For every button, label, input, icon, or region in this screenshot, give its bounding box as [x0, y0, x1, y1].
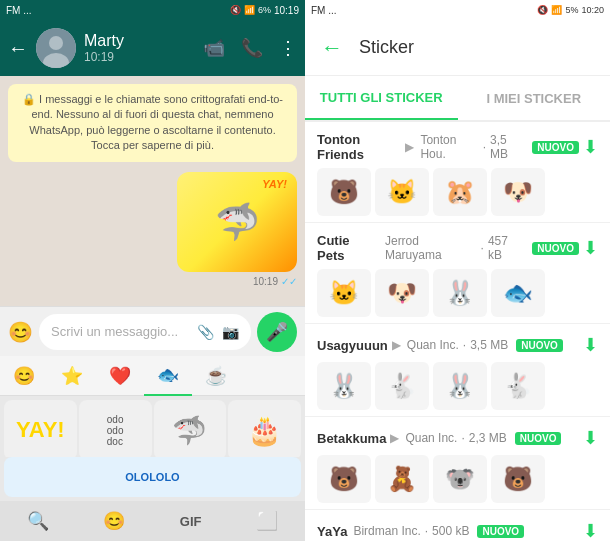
- pack-author-4: Birdman Inc.: [353, 524, 420, 538]
- pack-author-0: Tonton Hou.: [420, 133, 478, 161]
- message-input-bar: 😊 Scrivi un messaggio... 📎 📷 🎤: [0, 306, 305, 356]
- pack-download-0[interactable]: ⬇: [583, 136, 598, 158]
- video-call-icon[interactable]: 📹: [203, 37, 225, 59]
- pack-sticker-3-1[interactable]: 🧸: [375, 455, 429, 503]
- mic-icon: 🎤: [266, 321, 288, 343]
- pack-header-4: YaYa Birdman Inc. · 500 kB NUOVO ⬇: [317, 520, 598, 541]
- kb-sticker-bottom-icon[interactable]: ⬜: [256, 510, 278, 532]
- keyboard-top-bar: 😊 ⭐ ❤️ 🐟 ☕: [0, 356, 305, 396]
- kb-coffee-tab[interactable]: ☕: [192, 356, 240, 396]
- pack-play-3[interactable]: ▶: [390, 431, 399, 445]
- pack-sticker-2-1[interactable]: 🐇: [375, 362, 429, 410]
- carrier-right: FM ...: [311, 5, 337, 16]
- input-placeholder: Scrivi un messaggio...: [51, 324, 189, 339]
- attachment-icon[interactable]: 📎: [197, 324, 214, 340]
- pack-sticker-0-3[interactable]: 🐶: [491, 168, 545, 216]
- header-info: Marty 10:19: [84, 32, 195, 64]
- pack-sticker-0-2[interactable]: 🐹: [433, 168, 487, 216]
- status-bar-right: FM ... 🔇 📶 5% 10:20: [305, 0, 610, 20]
- sticker-cell-4[interactable]: 🎂: [228, 400, 301, 457]
- sticker-image: 🦈 YAY!: [177, 172, 297, 272]
- pack-sticker-0-0[interactable]: 🐻: [317, 168, 371, 216]
- header-action-icons: 📹 📞 ⋮: [203, 37, 297, 59]
- pack-new-badge-0: NUOVO: [532, 141, 579, 154]
- pack-stickers-2: 🐰 🐇 🐰 🐇: [317, 362, 598, 410]
- pack-header-0: Tonton Friends ▶ Tonton Hou. · 3,5 MB NU…: [317, 132, 598, 162]
- kb-sticker-tab[interactable]: 🐟: [144, 356, 192, 396]
- pack-header-3: Betakkuma ▶ Quan Inc. · 2,3 MB NUOVO ⬇: [317, 427, 598, 449]
- pack-new-badge-3: NUOVO: [515, 432, 562, 445]
- pack-sticker-3-3[interactable]: 🐻: [491, 455, 545, 503]
- pack-name-4: YaYa: [317, 524, 347, 539]
- pack-new-badge-4: NUOVO: [477, 525, 524, 538]
- chat-panel: FM ... 🔇 📶 6% 10:19 ← Marty 10:19: [0, 0, 305, 541]
- pack-header-2: Usagyuuun ▶ Quan Inc. · 3,5 MB NUOVO ⬇: [317, 334, 598, 356]
- pack-size-val-0: 3,5 MB: [490, 133, 524, 161]
- pack-size-val-1: 457 kB: [488, 234, 524, 262]
- carrier-left: FM ...: [6, 5, 32, 16]
- kb-emoji-tab[interactable]: 😊: [0, 356, 48, 396]
- pack-download-4[interactable]: ⬇: [583, 520, 598, 541]
- pack-sticker-3-2[interactable]: 🐨: [433, 455, 487, 503]
- pack-play-0[interactable]: ▶: [405, 140, 414, 154]
- sticker-back-button[interactable]: ←: [321, 35, 343, 61]
- kb-emoji-bottom-icon[interactable]: 😊: [103, 510, 125, 532]
- pack-size-2: ·: [463, 338, 466, 352]
- menu-icon[interactable]: ⋮: [279, 37, 297, 59]
- sticker-message: 🦈 YAY!: [8, 172, 297, 272]
- avatar[interactable]: [36, 28, 76, 68]
- pack-name-2: Usagyuuun: [317, 338, 388, 353]
- back-button[interactable]: ←: [8, 37, 28, 60]
- pack-author-1: Jerrod Maruyama: [385, 234, 477, 262]
- status-icons-right: 🔇 📶 5% 10:20: [537, 5, 604, 15]
- pack-header-1: Cutie Pets Jerrod Maruyama · 457 kB NUOV…: [317, 233, 598, 263]
- pack-new-badge-2: NUOVO: [516, 339, 563, 352]
- pack-size-val-4: 500 kB: [432, 524, 469, 538]
- sticker-cell-3[interactable]: 🦈: [154, 400, 227, 457]
- system-message[interactable]: 🔒 I messaggi e le chiamate sono crittogr…: [8, 84, 297, 162]
- pack-sticker-1-2[interactable]: 🐰: [433, 269, 487, 317]
- pack-play-2[interactable]: ▶: [392, 338, 401, 352]
- mic-button[interactable]: 🎤: [257, 312, 297, 352]
- message-time: 10:19 ✓✓: [8, 276, 297, 287]
- pack-download-3[interactable]: ⬇: [583, 427, 598, 449]
- pack-sticker-1-1[interactable]: 🐶: [375, 269, 429, 317]
- emoji-input-icon[interactable]: 😊: [8, 320, 33, 344]
- pack-name-0: Tonton Friends: [317, 132, 401, 162]
- keyboard-bottom-bar: 🔍 😊 GIF ⬜: [0, 501, 305, 541]
- tab-i-miei-sticker[interactable]: I MIEI STICKER: [458, 76, 611, 120]
- kb-gif-icon[interactable]: GIF: [180, 514, 202, 529]
- sticker-store-panel: FM ... 🔇 📶 5% 10:20 ← Sticker TUTTI GLI …: [305, 0, 610, 541]
- sticker-page-title: Sticker: [359, 37, 594, 58]
- sticker-cell-olololo[interactable]: OLOLOLO: [4, 457, 301, 497]
- pack-sticker-2-2[interactable]: 🐰: [433, 362, 487, 410]
- pack-size-val-3: 2,3 MB: [469, 431, 507, 445]
- pack-sticker-1-0[interactable]: 🐱: [317, 269, 371, 317]
- pack-sticker-1-3[interactable]: 🐟: [491, 269, 545, 317]
- kb-heart-tab[interactable]: ❤️: [96, 356, 144, 396]
- voice-call-icon[interactable]: 📞: [241, 37, 263, 59]
- pack-sticker-0-1[interactable]: 🐱: [375, 168, 429, 216]
- pack-stickers-3: 🐻 🧸 🐨 🐻: [317, 455, 598, 503]
- camera-icon[interactable]: 📷: [222, 324, 239, 340]
- sticker-cell-1[interactable]: YAY!: [4, 400, 77, 457]
- sticker-store-header: ← Sticker: [305, 20, 610, 76]
- message-input-field[interactable]: Scrivi un messaggio... 📎 📷: [39, 314, 251, 350]
- kb-star-tab[interactable]: ⭐: [48, 356, 96, 396]
- tab-tutti-gli-sticker[interactable]: TUTTI GLI STICKER: [305, 76, 458, 120]
- sticker-cell-2[interactable]: odoododoc: [79, 400, 152, 457]
- pack-download-1[interactable]: ⬇: [583, 237, 598, 259]
- pack-sticker-2-3[interactable]: 🐇: [491, 362, 545, 410]
- pack-sticker-2-0[interactable]: 🐰: [317, 362, 371, 410]
- pack-sticker-3-0[interactable]: 🐻: [317, 455, 371, 503]
- pack-size-0: ·: [483, 140, 486, 154]
- sticker-keyboard-grid: YAY! odoododoc 🦈 🎂 🦈 🌊 OMG 🦈: [0, 396, 305, 457]
- kb-search-icon[interactable]: 🔍: [27, 510, 49, 532]
- keyboard-area: 😊 ⭐ ❤️ 🐟 ☕ YAY! odoododoc 🦈 🎂 🦈 🌊 OMG 🦈 …: [0, 356, 305, 541]
- pack-download-2[interactable]: ⬇: [583, 334, 598, 356]
- status-icons-left: 🔇 📶 6% 10:19: [230, 5, 299, 16]
- chat-area: 🔒 I messaggi e le chiamate sono crittogr…: [0, 76, 305, 306]
- chat-header: ← Marty 10:19 📹 📞 ⋮: [0, 20, 305, 76]
- last-seen: 10:19: [84, 50, 195, 64]
- sticker-pack-3: Betakkuma ▶ Quan Inc. · 2,3 MB NUOVO ⬇ 🐻…: [305, 417, 610, 510]
